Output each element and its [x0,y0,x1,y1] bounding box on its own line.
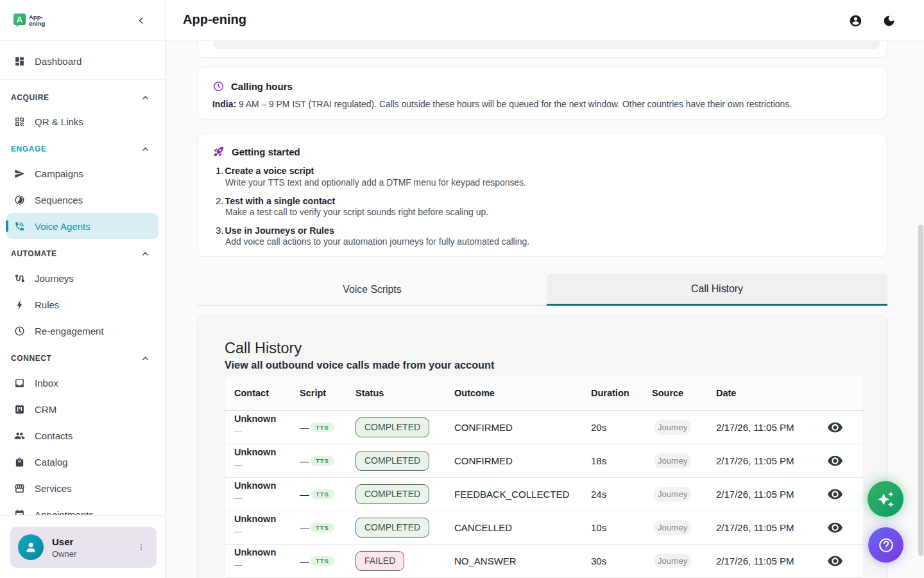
svg-text:A: A [17,15,23,24]
